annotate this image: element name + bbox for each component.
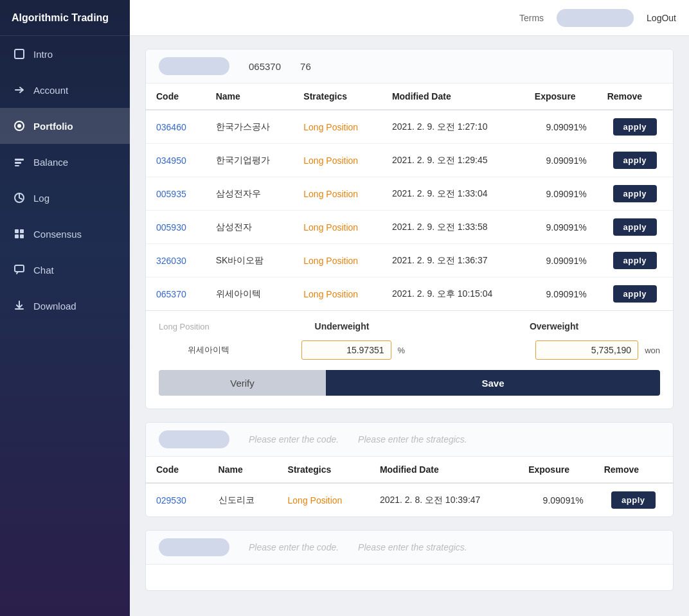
cell-name: SK바이오팜 (206, 244, 294, 277)
th2-code: Code (146, 457, 208, 483)
svg-rect-7 (20, 229, 24, 233)
sidebar-item-label-intro: Intro (33, 49, 53, 60)
sidebar-item-label-chat: Chat (33, 265, 54, 276)
sidebar-item-balance[interactable]: Balance (0, 144, 130, 180)
sidebar-item-log[interactable]: Log (0, 180, 130, 216)
cell-code: 036460 (146, 110, 206, 144)
account-icon (13, 84, 26, 96)
apply-button[interactable]: apply (613, 252, 657, 269)
cell-exposure: 9.09091% (524, 211, 597, 244)
underweight-unit: % (398, 346, 406, 355)
underweight-input[interactable] (301, 340, 391, 360)
portfolio-2-table: Code Name Strategics Modified Date Expos… (146, 457, 673, 516)
position-labels-row: Long Position Underweight Overweight (159, 321, 660, 331)
cell-code: 005930 (146, 211, 206, 244)
cell-strategy: Long Position (293, 244, 382, 277)
cell-date: 2021. 2. 9. 오전 1:33:58 (382, 211, 524, 244)
apply-button[interactable]: apply (613, 285, 657, 303)
chat-icon (13, 263, 26, 276)
th-code: Code (146, 84, 206, 110)
portfolio-card-2: Please enter the code. Please enter the … (145, 422, 674, 517)
portfolio-card-1: 065370 76 Code Name Strategics Modified … (145, 49, 674, 409)
cell-strategy: Long Position (293, 144, 382, 177)
cell-date: 2021. 2. 9. 오전 1:29:45 (382, 144, 524, 177)
cell-code: 005935 (146, 177, 206, 211)
table-row: 036460 한국가스공사 Long Position 2021. 2. 9. … (146, 110, 673, 144)
card-2-pill (159, 430, 229, 448)
cell-date: 2021. 2. 9. 오후 10:15:04 (382, 277, 524, 311)
intro-icon (13, 48, 26, 60)
sidebar-item-account[interactable]: Account (0, 72, 130, 108)
apply-button[interactable]: apply (613, 152, 657, 169)
svg-rect-0 (15, 49, 24, 58)
cell-strategy: Long Position (293, 177, 382, 211)
cell-remove: apply (597, 177, 673, 211)
cell-date: 2021. 2. 8. 오전 10:39:47 (370, 483, 518, 516)
cell-code: 029530 (146, 483, 208, 516)
sidebar-item-download[interactable]: Download (0, 288, 130, 324)
cell-date: 2021. 2. 9. 오전 1:27:10 (382, 110, 524, 144)
card-2-code-placeholder: Please enter the code. (249, 434, 339, 444)
sidebar-item-label-consensus: Consensus (33, 229, 82, 240)
overweight-input[interactable] (535, 340, 638, 360)
card-1-header: 065370 76 (146, 49, 673, 84)
svg-point-2 (17, 124, 21, 128)
sidebar-item-intro[interactable]: Intro (0, 36, 130, 72)
overweight-unit: won (645, 346, 660, 355)
apply-button[interactable]: apply (613, 218, 657, 236)
cell-strategy: Long Position (278, 483, 370, 516)
table-row: 005935 삼성전자우 Long Position 2021. 2. 9. 오… (146, 177, 673, 211)
cell-name: 한국가스공사 (206, 110, 294, 144)
table-row: 065370 위세아이텍 Long Position 2021. 2. 9. 오… (146, 277, 673, 311)
svg-rect-9 (20, 234, 24, 238)
topbar: Terms LogOut (130, 0, 689, 36)
sidebar-item-label-download: Download (33, 301, 76, 312)
download-icon (13, 299, 26, 312)
sidebar-item-consensus[interactable]: Consensus (0, 216, 130, 252)
sidebar-item-label-balance: Balance (33, 157, 68, 168)
content-area: 065370 76 Code Name Strategics Modified … (130, 36, 689, 616)
cell-exposure: 9.09091% (518, 483, 594, 516)
cell-name: 삼성전자 (206, 211, 294, 244)
sidebar-item-chat[interactable]: Chat (0, 252, 130, 288)
apply-button[interactable]: apply (611, 491, 655, 509)
card-1-code: 065370 (249, 61, 281, 72)
svg-rect-4 (15, 162, 21, 164)
apply-button[interactable]: apply (613, 118, 657, 136)
cell-exposure: 9.09091% (524, 244, 597, 277)
th2-exposure: Exposure (518, 457, 594, 483)
card-1-count: 76 (300, 61, 311, 72)
verify-button[interactable]: Verify (159, 370, 326, 396)
svg-rect-6 (15, 229, 19, 233)
th2-strategics: Strategics (278, 457, 370, 483)
table-row: 034950 한국기업평가 Long Position 2021. 2. 9. … (146, 144, 673, 177)
cell-date: 2021. 2. 9. 오전 1:33:04 (382, 177, 524, 211)
cell-code: 034950 (146, 144, 206, 177)
cell-strategy: Long Position (293, 277, 382, 311)
card-3-code-placeholder: Please enter the code. (249, 542, 339, 552)
cell-strategy: Long Position (293, 211, 382, 244)
save-button[interactable]: Save (326, 370, 660, 396)
th-strategics: Strategics (293, 84, 382, 110)
consensus-icon (13, 227, 26, 240)
cell-remove: apply (597, 211, 673, 244)
terms-link[interactable]: Terms (519, 13, 544, 23)
sidebar-item-portfolio[interactable]: Portfolio (0, 108, 130, 144)
weight-stock-name: 위세아이텍 (159, 344, 229, 356)
cell-strategy: Long Position (293, 110, 382, 144)
logout-button[interactable]: LogOut (647, 13, 676, 23)
th2-name: Name (208, 457, 278, 483)
svg-rect-8 (15, 234, 19, 238)
th-exposure: Exposure (524, 84, 597, 110)
card-2-strategy-placeholder: Please enter the strategics. (358, 434, 467, 444)
cell-name: 한국기업평가 (206, 144, 294, 177)
cell-name: 삼성전자우 (206, 177, 294, 211)
cell-date: 2021. 2. 9. 오전 1:36:37 (382, 244, 524, 277)
table-row: 029530 신도리코 Long Position 2021. 2. 8. 오전… (146, 483, 673, 516)
overweight-label: Overweight (448, 321, 660, 331)
portfolio-card-3: Please enter the code. Please enter the … (145, 530, 674, 591)
cell-remove: apply (594, 483, 673, 516)
cell-exposure: 9.09091% (524, 177, 597, 211)
svg-rect-5 (15, 165, 19, 166)
apply-button[interactable]: apply (613, 185, 657, 202)
